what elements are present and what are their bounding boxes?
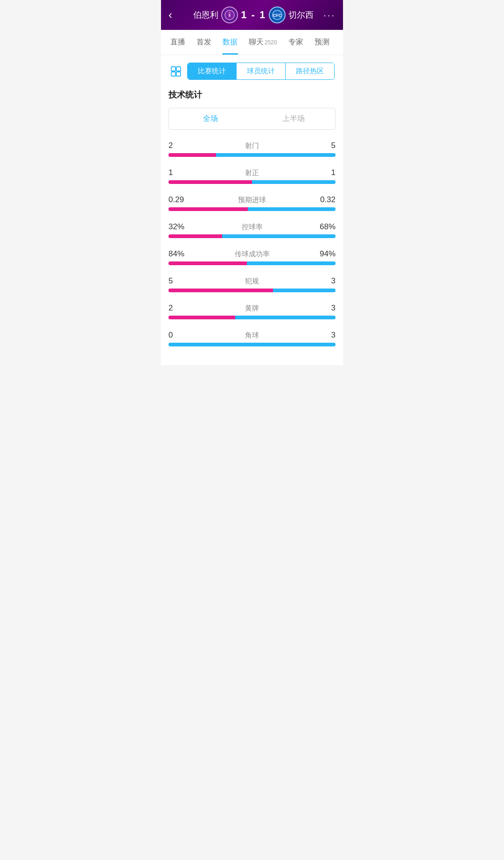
sub-tabs-row: 比赛统计 球员统计 路径热区	[168, 63, 336, 80]
stat-row: 2 黄牌 3	[168, 303, 336, 319]
tab-data[interactable]: 数据	[217, 30, 243, 55]
stat-name: 射门	[245, 141, 259, 150]
sub-tabs: 比赛统计 球员统计 路径热区	[187, 63, 335, 80]
sub-tab-match-stats[interactable]: 比赛统计	[188, 63, 237, 79]
stat-right-value: 3	[312, 276, 336, 286]
tab-live[interactable]: 直播	[165, 30, 191, 55]
stat-row: 32% 控球率 68%	[168, 222, 336, 238]
stat-labels: 0.29 预期进球 0.32	[168, 195, 336, 204]
svg-rect-7	[171, 72, 175, 76]
bar-home	[168, 289, 273, 292]
tab-predict[interactable]: 预测	[309, 30, 335, 55]
sub-tab-heatmap[interactable]: 路径热区	[286, 63, 334, 79]
stat-bar	[168, 234, 336, 238]
stat-labels: 32% 控球率 68%	[168, 222, 336, 232]
stat-name: 角球	[245, 331, 259, 340]
bar-home	[168, 234, 222, 238]
tab-expert[interactable]: 专家	[283, 30, 309, 55]
match-score: 1 - 1	[241, 9, 266, 21]
stat-left-value: 2	[168, 141, 192, 150]
stat-bar	[168, 207, 336, 211]
stat-bar	[168, 180, 336, 184]
stat-right-value: 0.32	[312, 195, 336, 204]
stat-name: 控球率	[242, 223, 263, 232]
match-info: 伯恩利 1 - 1 CFC 切尔西	[193, 7, 314, 23]
stat-row: 0.29 预期进球 0.32	[168, 195, 336, 211]
stat-name: 黄牌	[245, 304, 259, 313]
away-team-name: 切尔西	[288, 9, 314, 21]
sub-tab-player-stats[interactable]: 球员统计	[237, 63, 286, 79]
more-button[interactable]: ···	[323, 10, 336, 21]
nav-tabs: 直播 首发 数据 聊天2520 专家 预测	[161, 30, 343, 55]
stat-name: 传球成功率	[235, 250, 270, 259]
stat-labels: 84% 传球成功率 94%	[168, 249, 336, 259]
stat-labels: 0 角球 3	[168, 331, 336, 340]
bar-away	[216, 153, 336, 157]
stat-left-value: 84%	[168, 249, 192, 259]
half-full[interactable]: 全场	[169, 108, 252, 129]
tab-lineup[interactable]: 首发	[191, 30, 217, 55]
stat-bar	[168, 316, 336, 319]
stat-left-value: 1	[168, 168, 192, 177]
bar-away	[273, 289, 336, 292]
tab-chat[interactable]: 聊天2520	[243, 30, 283, 55]
section-title: 技术统计	[168, 89, 336, 100]
stat-left-value: 0	[168, 331, 192, 340]
stat-labels: 5 犯规 3	[168, 276, 336, 286]
svg-rect-6	[176, 67, 181, 71]
stat-bar	[168, 153, 336, 157]
home-team-logo	[221, 7, 238, 23]
svg-rect-5	[171, 67, 175, 71]
svg-rect-8	[176, 72, 181, 76]
bar-home	[168, 316, 235, 319]
stat-left-value: 32%	[168, 222, 192, 232]
stat-right-value: 68%	[312, 222, 336, 232]
stat-row: 2 射门 5	[168, 141, 336, 157]
bar-home	[168, 207, 248, 211]
stat-left-value: 0.29	[168, 195, 192, 204]
stat-bar	[168, 261, 336, 265]
stat-labels: 2 射门 5	[168, 141, 336, 150]
back-button[interactable]: ‹	[168, 8, 183, 21]
stat-row: 0 角球 3	[168, 331, 336, 346]
stat-right-value: 5	[312, 141, 336, 150]
svg-text:CFC: CFC	[273, 13, 282, 18]
main-content: 比赛统计 球员统计 路径热区 技术统计 全场 上半场 2 射门 5 1 射正 1	[161, 55, 343, 365]
stats-container: 2 射门 5 1 射正 1 0.29 预期进球 0.32	[168, 141, 336, 346]
bar-away	[252, 180, 336, 184]
bar-away	[247, 261, 336, 265]
stat-left-value: 5	[168, 276, 192, 286]
bar-away	[222, 234, 336, 238]
stat-row: 84% 传球成功率 94%	[168, 249, 336, 265]
stat-left-value: 2	[168, 303, 192, 313]
half-first[interactable]: 上半场	[252, 108, 335, 129]
stat-right-value: 3	[312, 331, 336, 340]
stat-right-value: 3	[312, 303, 336, 313]
stat-bar	[168, 343, 336, 346]
svg-rect-2	[229, 14, 231, 17]
home-team-name: 伯恩利	[193, 9, 218, 21]
stat-labels: 1 射正 1	[168, 168, 336, 177]
away-team-logo: CFC	[269, 7, 286, 23]
bar-away	[248, 207, 336, 211]
stat-right-value: 1	[312, 168, 336, 177]
half-selector: 全场 上半场	[168, 108, 336, 130]
bar-home	[168, 261, 247, 265]
stat-name: 射正	[245, 169, 259, 177]
bar-away	[168, 343, 336, 346]
stat-labels: 2 黄牌 3	[168, 303, 336, 313]
stat-right-value: 94%	[312, 249, 336, 259]
bar-away	[235, 316, 336, 319]
stat-name: 犯规	[245, 277, 259, 286]
stat-bar	[168, 289, 336, 292]
stat-name: 预期进球	[238, 196, 266, 204]
stat-row: 1 射正 1	[168, 168, 336, 184]
bar-home	[168, 153, 216, 157]
bar-home	[168, 180, 252, 184]
header: ‹ 伯恩利 1 - 1 CFC 切尔西 ···	[161, 0, 343, 30]
layout-icon[interactable]	[168, 64, 183, 79]
stat-row: 5 犯规 3	[168, 276, 336, 292]
